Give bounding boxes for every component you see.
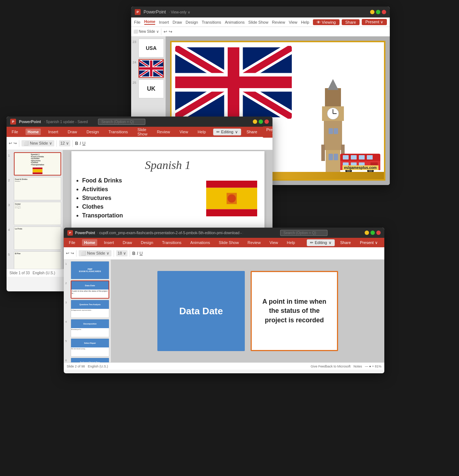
- share-btn-mid[interactable]: Share: [243, 129, 261, 135]
- pmp-thumb-6[interactable]: Dedicated Project Time The period of tim…: [71, 358, 109, 362]
- menu-animations-front[interactable]: Animations: [188, 239, 212, 246]
- new-slide-btn-mid[interactable]: ⬜ New Slide ∨: [21, 140, 54, 146]
- menu-view-back[interactable]: View: [289, 20, 298, 24]
- slide-panel-front: 1 PMPEXAM FLASHCARDS 2 Data Date A point…: [64, 260, 111, 362]
- menu-design-front[interactable]: Design: [138, 239, 155, 246]
- maximize-btn-mid[interactable]: [259, 119, 263, 124]
- slide-item-3[interactable]: 3 Comer La PizzaEl Yogurt: [8, 202, 61, 225]
- menu-help-back[interactable]: Help: [301, 20, 309, 24]
- search-input-mid[interactable]: [98, 119, 145, 125]
- menu-home-mid[interactable]: Home: [26, 129, 41, 135]
- search-input-front[interactable]: [280, 230, 327, 236]
- menu-view-mid[interactable]: View: [177, 129, 191, 135]
- pmp-thumb-4[interactable]: Decomposition A technique for...: [71, 319, 109, 337]
- underline-btn-mid[interactable]: U: [82, 141, 86, 146]
- menu-slideshow-front[interactable]: Slide Show: [217, 239, 241, 246]
- thumb-5-mid[interactable]: El Pan: [14, 251, 61, 269]
- maximize-btn-front[interactable]: [370, 231, 375, 235]
- pmp-thumb-3[interactable]: Questions Tree Analysis A diagrammatic r…: [71, 300, 109, 318]
- pmp-thumb-5[interactable]: Defect Repair An intentional activity...: [71, 338, 109, 357]
- window-front: P PowerPoint · cupdf.com_pmp-exam-flashc…: [64, 228, 384, 373]
- menu-insert-front[interactable]: Insert: [102, 239, 116, 246]
- new-slide-btn-back[interactable]: ⬜ New Slide ∨: [133, 29, 159, 34]
- redo-front[interactable]: ↪: [71, 251, 74, 256]
- slide-item-5[interactable]: 5 El Pan: [8, 251, 61, 269]
- underline-btn-front[interactable]: U: [140, 251, 143, 256]
- pmp-thumb-1[interactable]: PMPEXAM FLASHCARDS: [71, 261, 109, 279]
- thumb-2-mid[interactable]: Food & Drinks Bebidas: [14, 177, 61, 200]
- menu-animations-back[interactable]: Animations: [225, 20, 244, 24]
- slide-thumb-25[interactable]: 25 UK: [133, 79, 164, 98]
- editing-badge-mid[interactable]: ✏ Editing ∨: [213, 129, 241, 135]
- slide-item-4[interactable]: 4 La Fruta: [8, 227, 61, 250]
- undo-front[interactable]: ↩: [66, 251, 69, 256]
- italic-btn-front[interactable]: I: [137, 251, 138, 256]
- menu-file-front[interactable]: File: [67, 239, 78, 246]
- menu-transitions-back[interactable]: Transitions: [202, 20, 221, 24]
- close-btn-front[interactable]: [376, 231, 381, 235]
- menu-view-front[interactable]: View: [267, 239, 280, 246]
- thumb-4-mid[interactable]: La Fruta: [14, 227, 61, 250]
- bold-btn-mid[interactable]: B: [75, 141, 78, 146]
- pmp-slide-4[interactable]: 4 Decomposition A technique for...: [65, 319, 109, 337]
- menu-slideshow-back[interactable]: Slide Show: [248, 20, 268, 24]
- minimize-btn-mid[interactable]: [253, 119, 257, 124]
- pmp-thumb-2[interactable]: Data Date A point in time when the statu…: [71, 280, 109, 299]
- menu-insert-back[interactable]: Insert: [159, 20, 169, 24]
- menu-draw-mid[interactable]: Draw: [66, 129, 79, 135]
- menu-draw-front[interactable]: Draw: [121, 239, 134, 246]
- menu-home-back[interactable]: Home: [144, 19, 156, 25]
- editing-badge-front[interactable]: ✏ Editing ∨: [307, 239, 335, 246]
- italic-btn-mid[interactable]: I: [80, 141, 81, 146]
- new-slide-btn-front[interactable]: ⬜ New Slide ∨: [79, 250, 111, 256]
- menu-review-back[interactable]: Review: [272, 20, 285, 24]
- pp-logo-front: P: [67, 230, 73, 236]
- menu-file-back[interactable]: File: [134, 20, 141, 24]
- menu-review-mid[interactable]: Review: [155, 129, 172, 135]
- redo-mid[interactable]: ↪: [13, 141, 17, 146]
- share-btn-back[interactable]: Share: [342, 19, 360, 25]
- pmp-slide-2[interactable]: 2 Data Date A point in time when the sta…: [65, 280, 109, 299]
- pmp-slide-5[interactable]: 5 Defect Repair An intentional activity.…: [65, 338, 109, 357]
- slide-thumb-24[interactable]: 24: [133, 59, 164, 78]
- menu-transitions-mid[interactable]: Transitions: [106, 129, 130, 135]
- maximize-btn-back[interactable]: [376, 10, 380, 14]
- menu-draw-back[interactable]: Draw: [173, 20, 182, 24]
- menu-transitions-front[interactable]: Transitions: [160, 239, 184, 246]
- menu-design-back[interactable]: Design: [185, 20, 198, 24]
- share-btn-front[interactable]: Share: [337, 239, 354, 246]
- thumb-box-25[interactable]: UK: [138, 79, 164, 98]
- pmp-slide-3[interactable]: 3 Questions Tree Analysis A diagrammatic…: [65, 300, 109, 318]
- menu-review-front[interactable]: Review: [246, 239, 263, 246]
- minimize-btn-back[interactable]: [370, 10, 374, 14]
- menu-home-front[interactable]: Home: [82, 239, 98, 246]
- present-btn-mid[interactable]: Present ∨: [263, 126, 272, 138]
- menu-help-front[interactable]: Help: [285, 239, 297, 246]
- pmp-slide-1[interactable]: 1 PMPEXAM FLASHCARDS: [65, 261, 109, 279]
- undo-btn-back[interactable]: ↩: [164, 29, 167, 34]
- slide-item-2[interactable]: 2 Food & Drinks Bebidas: [8, 177, 61, 200]
- viewing-btn-back[interactable]: 👁 Viewing: [313, 19, 339, 25]
- slide-thumb-23[interactable]: 23 USA: [133, 39, 164, 58]
- menu-insert-mid[interactable]: Insert: [46, 129, 60, 135]
- bold-btn-front[interactable]: B: [132, 251, 136, 256]
- minimize-btn-front[interactable]: [365, 231, 369, 235]
- menu-design-mid[interactable]: Design: [84, 129, 101, 135]
- thumb-box-23[interactable]: USA: [138, 39, 164, 58]
- menu-slideshow-mid[interactable]: Slide Show: [135, 126, 150, 137]
- close-btn-back[interactable]: [382, 10, 386, 14]
- menu-help-mid[interactable]: Help: [195, 129, 208, 135]
- thumb-3-mid[interactable]: Comer La PizzaEl Yogurt: [14, 202, 61, 225]
- font-size-front[interactable]: 18 ∨: [116, 250, 128, 256]
- present-btn-back[interactable]: Present ∨: [362, 19, 387, 25]
- undo-mid[interactable]: ↩: [9, 141, 12, 146]
- close-btn-mid[interactable]: [264, 119, 269, 124]
- redo-btn-back[interactable]: ↪: [169, 29, 172, 34]
- menu-file-mid[interactable]: File: [9, 129, 20, 135]
- pmp-slide-6[interactable]: 6 Dedicated Project Time The period of t…: [65, 358, 109, 362]
- thumb-1-mid[interactable]: Spanish 1•Food & Drinks•Activities•Struc…: [14, 152, 61, 176]
- present-btn-front[interactable]: Present ∨: [356, 239, 381, 246]
- font-size-mid[interactable]: 12 ∨: [59, 140, 70, 146]
- slide-item-1[interactable]: 1 Spanish 1•Food & Drinks•Activities•Str…: [8, 152, 61, 176]
- thumb-box-24[interactable]: [138, 59, 164, 78]
